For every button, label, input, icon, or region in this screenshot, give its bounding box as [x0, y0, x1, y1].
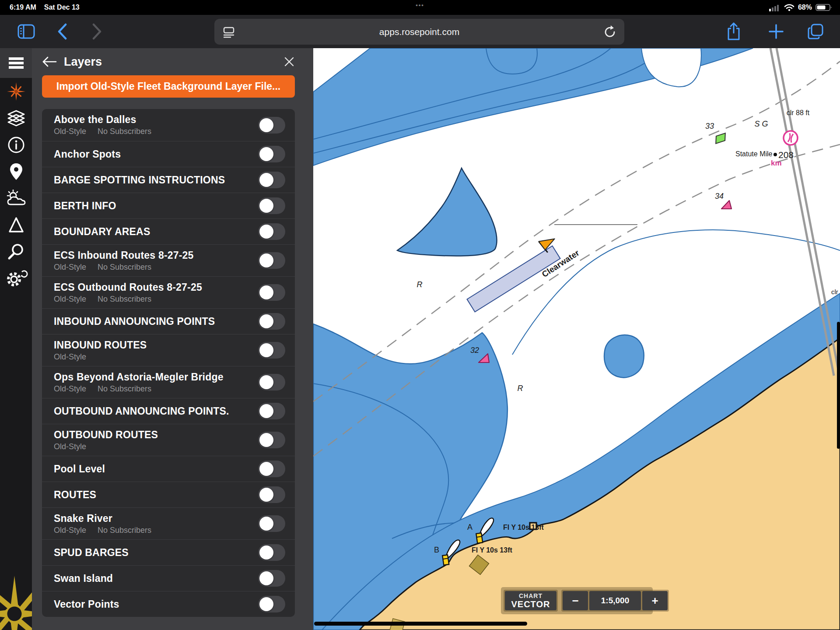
layer-toggle[interactable] — [258, 252, 285, 269]
layer-row[interactable]: Anchor Spots — [42, 141, 295, 167]
sidebar-item-weather[interactable] — [0, 185, 32, 211]
layer-meta-row: Old-StyleNo Subscribers — [54, 384, 258, 394]
buoy-B-label: B — [434, 546, 439, 554]
chart-mode-value: VECTOR — [511, 599, 550, 609]
layer-toggle[interactable] — [258, 146, 285, 162]
menu-icon — [9, 57, 24, 69]
layer-row[interactable]: ECS Inbound Routes 8-27-25 Old-StyleNo S… — [42, 244, 295, 276]
depth-label-33: 33 — [705, 122, 714, 130]
layer-toggle[interactable] — [258, 342, 285, 359]
layer-toggle[interactable] — [258, 461, 285, 477]
layer-row[interactable]: BARGE SPOTTING INSTRUCTIONS — [42, 167, 295, 193]
layer-meta-row: Old-StyleNo Subscribers — [54, 526, 258, 535]
status-bar: 6:19 AM Sat Dec 13 ••• 68% — [0, 0, 840, 15]
layer-toggle[interactable] — [258, 515, 285, 532]
sidebar-item-hazards[interactable] — [0, 211, 32, 238]
layer-row[interactable]: Snake River Old-StyleNo Subscribers — [42, 507, 295, 539]
layer-meta: Old-Style — [54, 352, 86, 362]
tabs-icon[interactable] — [807, 23, 824, 40]
sidebar-item-charts[interactable] — [0, 78, 32, 105]
panel-title: Layers — [64, 55, 276, 69]
layer-meta: Old-Style — [54, 442, 86, 451]
brand-compass-watermark — [0, 572, 32, 630]
layer-toggle[interactable] — [258, 596, 285, 612]
layer-toggle[interactable] — [258, 313, 285, 330]
layer-toggle[interactable] — [258, 374, 285, 391]
sidebar-toggle-icon[interactable] — [18, 24, 35, 39]
layer-row[interactable]: OUTBOUND ANNOUNCING POINTS. — [42, 398, 295, 424]
layer-name: INBOUND ANNOUNCING POINTS — [54, 316, 258, 327]
share-icon[interactable] — [726, 22, 741, 41]
layer-row[interactable]: INBOUND ANNOUNCING POINTS — [42, 308, 295, 334]
layer-toggle[interactable] — [258, 284, 285, 301]
chart-viewport[interactable]: Clearwater 33 S G clr 8 — [313, 48, 840, 630]
sidebar-item-places[interactable] — [0, 158, 32, 185]
statute-mile-label: Statute Mile — [735, 150, 773, 158]
layer-row[interactable]: ECS Outbound Routes 8-27-25 Old-StyleNo … — [42, 276, 295, 308]
buoy-A-light-label: Fl Y 10s 13ft — [503, 524, 544, 531]
battery-percent: 68% — [798, 4, 812, 11]
sidebar-item-layers[interactable] — [0, 105, 32, 131]
layer-row[interactable]: BOUNDARY AREAS — [42, 218, 295, 244]
layer-meta-row: Old-StyleNo Subscribers — [54, 263, 258, 272]
forward-button-icon[interactable] — [92, 23, 102, 40]
new-tab-icon[interactable] — [768, 24, 784, 39]
layer-row[interactable]: BERTH INFO — [42, 193, 295, 218]
chart-mode-button[interactable]: CHART VECTOR — [505, 591, 556, 610]
layer-meta: No Subscribers — [98, 127, 151, 136]
layer-meta: Old-Style — [54, 295, 86, 304]
layer-toggle[interactable] — [258, 570, 285, 587]
layer-toggle[interactable] — [258, 403, 285, 419]
hazard-triangle-icon — [8, 217, 24, 233]
layer-toggle[interactable] — [258, 117, 285, 134]
reload-icon[interactable] — [603, 25, 616, 39]
camera-indicator: ••• — [416, 2, 424, 8]
layer-meta-row: Old-Style — [54, 442, 258, 451]
layer-name: BERTH INFO — [54, 200, 258, 212]
layer-toggle[interactable] — [258, 544, 285, 561]
horizontal-scrollbar[interactable] — [314, 622, 527, 626]
layer-name: Ops Beyond Astoria-Megler Bridge — [54, 371, 258, 383]
layer-meta-row: Old-Style — [54, 352, 258, 362]
zoom-out-button[interactable]: − — [563, 591, 588, 610]
import-fleet-layer-button[interactable]: Import Old-Style Fleet Background Layer … — [42, 75, 295, 98]
nautical-chart[interactable]: Clearwater 33 S G clr 8 — [313, 48, 840, 630]
date: Sat Dec 13 — [44, 4, 80, 11]
vertical-scrollbar[interactable] — [837, 322, 840, 449]
page-settings-icon[interactable] — [222, 25, 235, 39]
layer-toggle[interactable] — [258, 223, 285, 240]
layer-row[interactable]: SPUD BARGES — [42, 539, 295, 565]
layer-name: ECS Outbound Routes 8-27-25 — [54, 282, 258, 293]
layer-meta: No Subscribers — [98, 295, 151, 304]
layer-name: OUTBOUND ROUTES — [54, 429, 258, 441]
layer-name: ECS Inbound Routes 8-27-25 — [54, 250, 258, 261]
layer-row[interactable]: Swan Island — [42, 565, 295, 591]
layer-toggle[interactable] — [258, 432, 285, 448]
layer-meta: No Subscribers — [98, 384, 151, 394]
close-icon[interactable] — [284, 56, 295, 67]
layer-toggle[interactable] — [258, 197, 285, 214]
layer-toggle[interactable] — [258, 172, 285, 188]
sidebar-item-search[interactable] — [0, 238, 32, 265]
layer-row[interactable]: Ops Beyond Astoria-Megler Bridge Old-Sty… — [42, 366, 295, 398]
layer-row[interactable]: ROUTES — [42, 482, 295, 507]
layer-meta: No Subscribers — [98, 263, 151, 272]
compass-rose-icon — [6, 81, 26, 102]
layers-card: Above the Dalles Old-StyleNo Subscribers… — [42, 109, 295, 617]
layer-name: Pool Level — [54, 463, 258, 475]
menu-button[interactable] — [0, 48, 32, 78]
sidebar-item-settings[interactable] — [0, 265, 32, 292]
scale-display[interactable]: 1:5,000 — [589, 591, 641, 610]
sidebar-item-info[interactable] — [0, 131, 32, 158]
layer-row[interactable]: Pool Level — [42, 456, 295, 482]
layer-row[interactable]: INBOUND ROUTES Old-Style — [42, 334, 295, 366]
layer-row[interactable]: Vector Points — [42, 591, 295, 617]
back-button-icon[interactable] — [57, 23, 67, 40]
back-arrow-icon[interactable] — [42, 56, 57, 67]
layer-row[interactable]: Above the Dalles Old-StyleNo Subscribers — [42, 109, 295, 141]
layer-row[interactable]: OUTBOUND ROUTES Old-Style — [42, 424, 295, 456]
zoom-in-button[interactable]: + — [642, 591, 668, 610]
clearance-label: clr 88 ft — [787, 109, 810, 116]
address-bar[interactable]: apps.rosepoint.com — [214, 19, 624, 45]
layer-toggle[interactable] — [258, 486, 285, 503]
